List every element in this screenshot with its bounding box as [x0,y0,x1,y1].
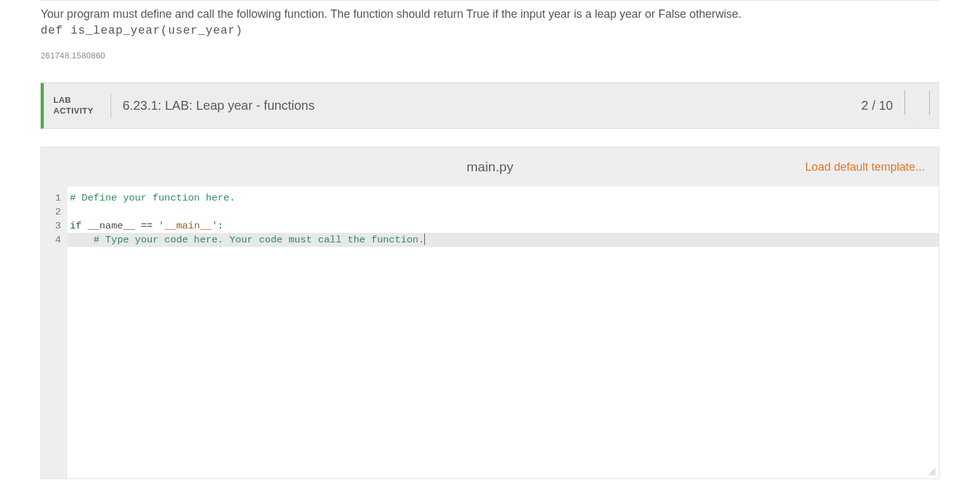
instructions-text: Your program must define and call the fo… [41,0,939,23]
instructions-code: def is_leap_year(user_year) [41,24,939,37]
editor-header: main.py Load default template... [41,147,939,187]
code-content[interactable]: # Define your function here. if __name__… [67,187,939,478]
code-line-active[interactable]: # Type your code here. Your code must ca… [67,233,939,247]
line-number: 3 [41,219,67,233]
code-line[interactable]: if __name__ == '__main__': [67,219,939,233]
code-line[interactable] [67,205,939,219]
resize-grip-icon[interactable] [928,468,937,477]
code-editor[interactable]: 1 2 3 4 # Define your function here. if … [41,187,939,478]
lab-header: LABACTIVITY 6.23.1: LAB: Leap year - fun… [41,83,939,129]
lab-title: 6.23.1: LAB: Leap year - functions [123,98,861,113]
lab-activity-panel: LABACTIVITY 6.23.1: LAB: Leap year - fun… [41,82,939,479]
line-number-gutter: 1 2 3 4 [41,187,67,478]
load-template-button[interactable]: Load default template... [805,161,925,174]
filename-label: main.py [467,159,514,175]
bookmark-icon[interactable] [904,91,930,121]
line-number: 4 [41,233,67,247]
serial-number: 261748.1580860 [41,51,939,60]
editor-container: main.py Load default template... 1 2 3 4… [41,147,939,479]
text-cursor [424,234,425,245]
line-number: 1 [41,191,67,205]
divider [111,93,111,119]
lab-score: 2 / 10 [861,98,893,113]
lab-activity-label: LABACTIVITY [44,95,111,117]
code-line[interactable]: # Define your function here. [67,191,939,205]
line-number: 2 [41,205,67,219]
svg-line-2 [934,474,936,475]
